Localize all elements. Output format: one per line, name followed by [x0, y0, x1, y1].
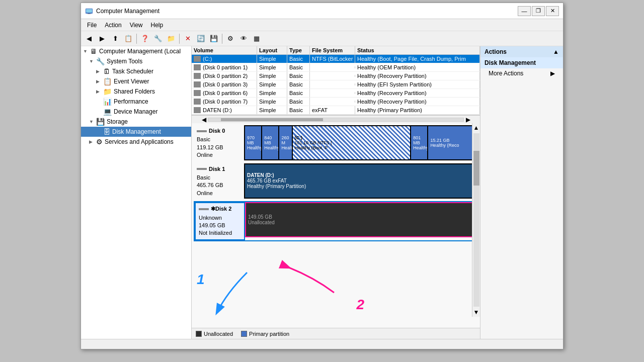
part-size: 465.76 GB exFAT	[247, 178, 475, 184]
volume-row-p7[interactable]: (Disk 0 partition 7) Simple Basic Health…	[192, 98, 480, 106]
export-button[interactable]: 💾	[208, 33, 220, 45]
toolbar-separator-2	[179, 34, 180, 44]
scroll-vertical-track[interactable]	[473, 133, 479, 307]
part-status: Healthy	[247, 145, 259, 150]
back-button[interactable]: ◀	[83, 33, 95, 45]
sidebar-item-event-viewer[interactable]: ▶ 📋 Event Viewer	[81, 76, 191, 86]
scroll-right-button[interactable]: ▶	[464, 116, 472, 123]
actions-collapse-icon: ▲	[553, 48, 559, 55]
sidebar-item-task-scheduler[interactable]: ▶ 🗓 Task Scheduler	[81, 66, 191, 76]
vol-p2-status: Healthy (Recovery Partition)	[355, 72, 480, 80]
window-controls: — ❐ ✕	[518, 6, 559, 16]
vol-daten-fs: exFAT	[310, 106, 355, 114]
toolbar-separator-1	[136, 34, 137, 44]
disk-0-part-1[interactable]: 970 MB Healthy	[245, 126, 262, 159]
event-icon: 📋	[103, 77, 112, 85]
sidebar-label-shared-folders: Shared Folders	[114, 88, 155, 95]
menu-help[interactable]: Help	[147, 21, 168, 30]
minimize-button[interactable]: —	[518, 6, 531, 16]
vol-p2-type: Basic	[287, 72, 310, 80]
sidebar-item-shared-folders[interactable]: ▶ 📁 Shared Folders	[81, 86, 191, 97]
actions-title: Actions	[485, 48, 507, 55]
maximize-button[interactable]: ❐	[532, 6, 545, 16]
toolbar-separator-3	[222, 34, 222, 44]
part-size: 840 MB	[264, 135, 276, 145]
disk-1-part-daten[interactable]: DATEN (D:) 465.76 GB exFAT Healthy (Prim…	[245, 164, 477, 198]
disk-0-part-7[interactable]: 15.21 GB Healthy (Reco	[428, 126, 477, 159]
sidebar-item-performance[interactable]: 📊 Performance	[81, 97, 191, 107]
disk-0-name: Disk 0	[209, 127, 225, 135]
menu-view[interactable]: View	[126, 21, 147, 30]
scroll-track[interactable]	[208, 118, 464, 122]
disk-1-partitions: DATEN (D:) 465.76 GB exFAT Healthy (Prim…	[244, 163, 478, 199]
disk-2-partitions: 149.05 GB Unallocated	[245, 202, 477, 237]
menu-file[interactable]: File	[83, 21, 101, 30]
expand-icon-services: ▶	[89, 139, 96, 144]
volume-row-p3[interactable]: (Disk 0 partition 3) Simple Basic Health…	[192, 80, 480, 89]
part-drive-letter: DATEN (D:)	[247, 172, 475, 178]
stop-button[interactable]: ✕	[182, 33, 194, 45]
disk-0-part-c[interactable]: (C:) 101.10 GB NTFS ( Healthy (Boot, P	[293, 126, 412, 159]
disk-2-part-unalloc[interactable]: 149.05 GB Unallocated	[246, 203, 476, 236]
scroll-thumb[interactable]	[221, 118, 323, 121]
part-drive-letter: (C:)	[295, 135, 409, 140]
scroll-left-button[interactable]: ◀	[200, 116, 208, 123]
vol-p6-type: Basic	[287, 89, 310, 97]
properties-button[interactable]: 🔧	[152, 33, 164, 45]
actions-panel: Actions ▲ Disk Management More Actions ▶	[480, 46, 563, 339]
toolbar: ◀ ▶ ⬆ 📋 ❓ 🔧 📁 ✕ 🔄 💾 ⚙ 👁 ▦	[81, 31, 563, 46]
vol-p1-fs	[310, 66, 355, 68]
menu-action[interactable]: Action	[101, 21, 125, 30]
expand-icon-storage: ▼	[89, 119, 96, 124]
legend-unallocated: Unallocated	[196, 331, 233, 337]
app-icon	[85, 7, 93, 15]
sidebar-item-device-manager[interactable]: 💻 Device Manager	[81, 107, 191, 117]
vol-daten-status: Healthy (Primary Partition)	[355, 106, 480, 114]
disk-0-part-2[interactable]: 840 MB Healthy	[262, 126, 279, 159]
help-button[interactable]: ❓	[139, 33, 151, 45]
sidebar-root[interactable]: ▼ 🖥 Computer Management (Local	[81, 46, 191, 56]
settings-button[interactable]: ⚙	[224, 33, 236, 45]
more-actions-label: More Actions	[489, 70, 523, 77]
volume-row-daten[interactable]: DATEN (D:) Simple Basic exFAT Healthy (P…	[192, 106, 480, 115]
header-status: Status	[355, 46, 480, 54]
forward-button[interactable]: ▶	[96, 33, 108, 45]
disk-0-part-3[interactable]: 260 M Health	[279, 126, 292, 159]
scroll-vertical-thumb[interactable]	[473, 151, 479, 186]
close-button[interactable]: ✕	[546, 6, 559, 16]
disk-2-label: ✱Disk 2 Unknown 149.05 GB Not Initialize…	[195, 202, 245, 240]
scroll-up-button[interactable]: ▲	[472, 123, 480, 132]
vol-p2-layout: Simple	[257, 72, 287, 80]
refresh-button[interactable]: 🔄	[195, 33, 207, 45]
disk-0-part-6[interactable]: 801 MB Healthy	[411, 126, 428, 159]
vol-p1-name: (Disk 0 partition 1)	[192, 63, 257, 71]
volume-row-p6[interactable]: (Disk 0 partition 6) Simple Basic Health…	[192, 89, 480, 98]
volume-row-p2[interactable]: (Disk 0 partition 2) Simple Basic Health…	[192, 72, 480, 80]
actions-disk-management[interactable]: Disk Management	[480, 57, 563, 68]
part-size: 970 MB	[247, 135, 259, 145]
title-bar: Computer Management — ❐ ✕	[81, 3, 563, 19]
legend-primary-box	[241, 331, 247, 337]
part-size: 101.10 GB NTFS (	[295, 140, 409, 145]
sidebar-item-services[interactable]: ▶ ⚙ Services and Applications	[81, 137, 191, 147]
volume-row-p1[interactable]: (Disk 0 partition 1) Simple Basic Health…	[192, 63, 480, 72]
disk-0-type: Basic	[197, 136, 241, 143]
vol-p2-fs	[310, 75, 355, 77]
scrollbar-horizontal[interactable]: ◀ ▶	[192, 115, 480, 123]
actions-more-actions[interactable]: More Actions ▶	[480, 68, 563, 78]
disk-icon: 🗄	[103, 128, 110, 136]
legend-primary-label: Primary partition	[249, 331, 289, 337]
scroll-down-button[interactable]: ▼	[472, 308, 480, 317]
view-button[interactable]: 👁	[237, 33, 250, 45]
up-button[interactable]: ⬆	[109, 33, 121, 45]
options-button[interactable]: ▦	[251, 33, 263, 45]
sidebar-item-system-tools[interactable]: ▼ 🔧 System Tools	[81, 56, 191, 66]
scrollbar-vertical[interactable]: ▲ ▼	[472, 123, 480, 317]
show-hide-button[interactable]: 📋	[122, 33, 134, 45]
sidebar-label-disk-management: Disk Management	[112, 128, 161, 135]
sidebar-item-disk-management[interactable]: 🗄 Disk Management	[81, 127, 191, 137]
folder-button[interactable]: 📁	[165, 33, 177, 45]
sidebar-item-storage[interactable]: ▼ 💾 Storage	[81, 117, 191, 127]
volume-row-c[interactable]: (C:) Simple Basic NTFS (BitLocker Encryp…	[192, 55, 480, 63]
header-volume: Volume	[192, 46, 257, 54]
